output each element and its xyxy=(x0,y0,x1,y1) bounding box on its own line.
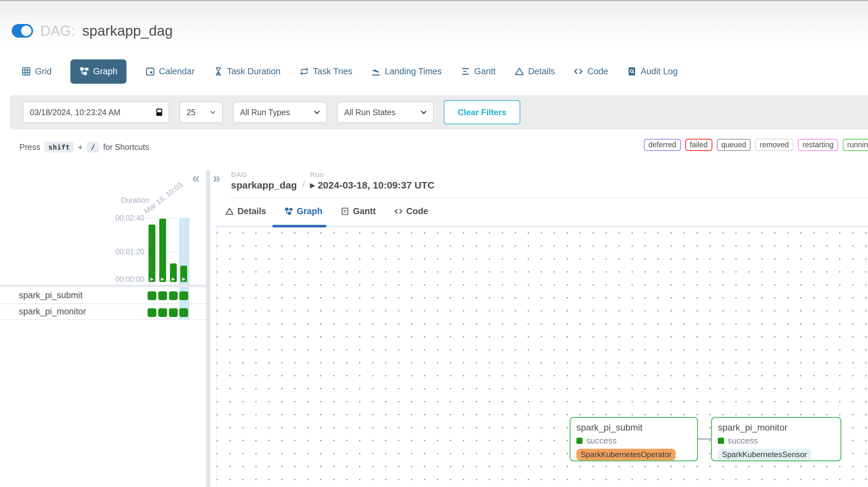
tab-label: Code xyxy=(406,206,429,216)
tab-run-gantt[interactable]: Gantt xyxy=(341,206,376,216)
tab-label: Graph xyxy=(297,206,323,216)
operator-badge: SparkKubernetesSensor xyxy=(718,449,811,460)
tab-gantt[interactable]: Gantt xyxy=(461,66,496,77)
shortcuts-press: Press xyxy=(20,143,40,152)
legend-badge-failed[interactable]: failed xyxy=(685,139,712,151)
legend-badge-deferred[interactable]: deferred xyxy=(644,139,681,151)
run-play-icon: ▶ xyxy=(159,277,166,281)
breadcrumb-dag-label: DAG xyxy=(231,171,297,179)
clear-filters-button[interactable]: Clear Filters xyxy=(444,100,520,124)
legend-badge-removed[interactable]: removed xyxy=(755,139,793,151)
duration-bar[interactable]: ▶ xyxy=(170,264,177,282)
tab-code[interactable]: Code xyxy=(574,66,608,77)
duration-bar[interactable]: ▶ xyxy=(149,224,155,282)
code-icon xyxy=(394,207,403,216)
landing-icon xyxy=(371,66,381,76)
tab-grid[interactable]: Grid xyxy=(22,66,52,77)
node-state: success xyxy=(577,436,691,446)
node-spark-pi-submit[interactable]: spark_pi_submit success SparkKubernetesO… xyxy=(569,417,698,461)
task-instance-square[interactable] xyxy=(158,308,167,317)
breadcrumb-run-value[interactable]: ▶ 2024-03-18, 10:09:37 UTC xyxy=(310,180,435,191)
tab-run-details[interactable]: Details xyxy=(225,206,266,216)
breadcrumb-dag-value[interactable]: sparkapp_dag xyxy=(231,180,297,191)
task-instance-square[interactable] xyxy=(169,308,178,317)
graph-canvas[interactable]: spark_pi_submit success SparkKubernetesO… xyxy=(216,227,868,487)
task-instance-square[interactable] xyxy=(179,308,188,317)
filter-bar: 03/18/2024, 10:23:24 AM 25 All Run Types… xyxy=(10,95,868,129)
run-detail-panel: » DAG sparkapp_dag / Run ▶ 2024-03-18, 1… xyxy=(210,169,868,487)
legend-badge-running[interactable]: running xyxy=(843,139,868,151)
operator-badge: SparkKubernetesOperator xyxy=(577,449,676,460)
breadcrumb-run-label: Run xyxy=(310,171,435,179)
chevron-down-icon xyxy=(209,108,217,117)
dag-pause-toggle[interactable] xyxy=(12,24,33,38)
edge-submit-to-monitor xyxy=(698,438,712,439)
breadcrumb-rule xyxy=(231,197,868,198)
state-text: success xyxy=(586,436,617,446)
tab-graph[interactable]: Graph xyxy=(70,59,126,84)
tab-calendar[interactable]: Calendar xyxy=(145,66,195,77)
toggle-knob xyxy=(21,26,31,36)
duration-axis-title: Duration xyxy=(121,196,149,205)
tab-task-tries[interactable]: Task Tries xyxy=(300,66,352,77)
task-instance-square[interactable] xyxy=(179,291,188,300)
chevron-down-icon xyxy=(420,108,428,117)
calendar-icon xyxy=(145,66,155,76)
legend-badge-queued[interactable]: queued xyxy=(717,139,751,151)
breadcrumb-run: Run ▶ 2024-03-18, 10:09:37 UTC xyxy=(310,171,435,191)
task-instance-square[interactable] xyxy=(158,291,167,300)
dag-name: sparkapp_dag xyxy=(83,23,173,39)
tab-audit-log[interactable]: Audit Log xyxy=(627,66,678,77)
nav-tab-label: Landing Times xyxy=(385,66,442,77)
run-play-icon: ▶ xyxy=(149,277,155,281)
task-instance-square[interactable] xyxy=(148,291,156,300)
run-marker-icon: ▶ xyxy=(310,181,315,189)
legend-badge-restarting[interactable]: restarting xyxy=(798,139,838,151)
gantt-icon xyxy=(461,66,470,76)
duration-bar[interactable]: ▶ xyxy=(159,219,166,282)
shortcuts-plus: + xyxy=(78,143,83,152)
breadcrumb: DAG sparkapp_dag / Run ▶ 2024-03-18, 10:… xyxy=(231,171,434,191)
duration-bar[interactable]: ▶ xyxy=(180,266,187,282)
active-tab-underline xyxy=(273,225,326,227)
collapse-panel-icon[interactable]: « xyxy=(192,171,199,185)
nav-tab-label: Audit Log xyxy=(641,66,678,77)
gantt-doc-icon xyxy=(341,207,349,216)
chevron-down-icon xyxy=(313,108,321,117)
run-date-value: 2024-03-18, 10:09:37 UTC xyxy=(317,180,434,191)
panel-resize-divider[interactable] xyxy=(206,171,210,487)
nav-tab-label: Details xyxy=(528,66,555,77)
tab-task-duration[interactable]: Task Duration xyxy=(213,66,281,77)
tab-run-code[interactable]: Code xyxy=(394,206,429,216)
warning-triangle-icon xyxy=(515,66,524,76)
nav-tab-label: Gantt xyxy=(474,66,496,77)
grid-panel: « Duration Mar 18, 10:03 00:02:40 00:01:… xyxy=(0,169,206,487)
run-detail-tabs: Details Graph Gantt Code xyxy=(225,206,428,216)
run-types-select[interactable]: All Run Types xyxy=(233,101,327,123)
task-instance-square[interactable] xyxy=(148,308,156,317)
run-date-input[interactable]: 03/18/2024, 10:23:24 AM xyxy=(23,101,169,123)
graph-icon xyxy=(80,66,89,76)
expand-panel-icon[interactable]: » xyxy=(213,171,220,185)
task-instance-square[interactable] xyxy=(169,291,178,300)
run-states-value: All Run States xyxy=(344,108,395,117)
warning-triangle-icon xyxy=(225,207,234,216)
state-legend: deferred failed queued removed restartin… xyxy=(644,139,868,151)
page-size-select[interactable]: 25 xyxy=(179,101,223,123)
run-play-icon: ▶ xyxy=(180,277,187,281)
shortcuts-hint: Press shift + / for Shortcuts xyxy=(20,142,149,152)
tab-details[interactable]: Details xyxy=(515,66,555,77)
tab-landing-times[interactable]: Landing Times xyxy=(371,66,442,77)
nav-tab-label: Calendar xyxy=(159,66,195,77)
tab-label: Gantt xyxy=(353,206,376,216)
run-states-select[interactable]: All Run States xyxy=(337,101,434,123)
slash-key: / xyxy=(87,142,99,152)
nav-tab-label: Graph xyxy=(93,66,117,77)
repeat-icon xyxy=(300,66,309,76)
nav-tab-label: Task Duration xyxy=(227,66,281,77)
breadcrumb-dag: DAG sparkapp_dag xyxy=(231,171,297,191)
hourglass-icon xyxy=(213,66,223,76)
node-spark-pi-monitor[interactable]: spark_pi_monitor success SparkKubernetes… xyxy=(711,417,841,461)
y-tick-0: 00:00:00 xyxy=(105,275,144,284)
tab-run-graph[interactable]: Graph xyxy=(284,206,323,216)
